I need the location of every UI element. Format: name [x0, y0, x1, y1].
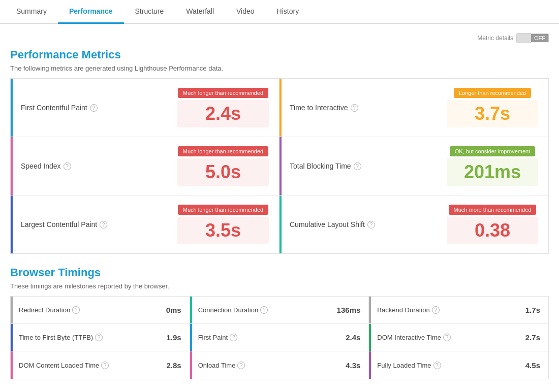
metric-badge-fcp: Much longer than recommended — [178, 88, 268, 98]
question-icon-redirect[interactable]: ? — [72, 306, 80, 314]
question-icon-si[interactable]: ? — [64, 162, 71, 170]
timing-name-ttfb: Time to First Byte (TTFB) ? — [19, 334, 103, 341]
timing-name-domcontent: DOM Content Loaded Time ? — [19, 362, 109, 369]
performance-metrics-desc: The following metrics are generated usin… — [10, 64, 549, 72]
metric-cell-tbt: Total Blocking Time ? OK, but consider i… — [280, 137, 548, 195]
metric-details-row: Metric details OFF — [10, 33, 549, 43]
tab-structure[interactable]: Structure — [124, 0, 175, 24]
question-icon-firstpaint[interactable]: ? — [230, 334, 237, 341]
metric-badge-lcp: Much longer than recommended — [178, 205, 268, 215]
timing-cell-connection: Connection Duration ? 136ms — [190, 297, 369, 324]
tab-waterfall[interactable]: Waterfall — [175, 0, 225, 24]
question-icon-tbt[interactable]: ? — [354, 162, 361, 170]
metric-name-lcp: Largest Contentful Paint ? — [21, 220, 107, 228]
performance-metrics-title: Performance Metrics — [10, 48, 549, 61]
timing-value-connection: 136ms — [337, 306, 361, 314]
metric-value-box-si: Much longer than recommended 5.0s — [177, 146, 269, 186]
timing-name-redirect: Redirect Duration ? — [19, 306, 80, 314]
question-icon-fcp[interactable]: ? — [90, 104, 98, 112]
timing-value-ttfb: 1.9s — [166, 333, 181, 342]
timing-name-onload: Onload Time ? — [198, 362, 245, 369]
timing-cell-firstpaint: First Paint ? 2.4s — [190, 324, 369, 351]
metric-badge-cls: Much more than recommended — [449, 205, 537, 215]
toggle-off-label: OFF — [531, 34, 548, 42]
metric-details-toggle[interactable]: OFF — [516, 33, 549, 43]
timing-name-backend: Backend Duration ? — [377, 306, 439, 314]
tab-performance[interactable]: Performance — [58, 0, 124, 24]
metric-cell-cls: Cumulative Layout Shift ? Much more than… — [280, 195, 548, 253]
browser-timings-title: Browser Timings — [10, 266, 549, 279]
timing-value-dominteractive: 2.7s — [525, 333, 540, 342]
question-icon-dominteractive[interactable]: ? — [443, 334, 451, 341]
metric-value-box-tbt: OK, but consider improvement 201ms — [447, 146, 538, 186]
metric-value-cls: 0.38 — [447, 217, 538, 244]
metric-value-tti: 3.7s — [447, 100, 538, 127]
timing-value-backend: 1.7s — [525, 306, 540, 314]
question-icon-fullyloaded[interactable]: ? — [433, 362, 441, 369]
timing-value-firstpaint: 2.4s — [346, 333, 360, 342]
metric-value-tbt: 201ms — [447, 158, 538, 186]
metric-badge-si: Much longer than recommended — [178, 146, 268, 156]
metric-name-tbt: Total Blocking Time ? — [290, 162, 361, 170]
timing-value-fullyloaded: 4.5s — [525, 361, 540, 370]
question-icon-connection[interactable]: ? — [260, 306, 268, 314]
timing-cell-onload: Onload Time ? 4.3s — [190, 351, 369, 379]
question-icon-cls[interactable]: ? — [367, 221, 375, 228]
timing-name-dominteractive: DOM Interactive Time ? — [377, 334, 451, 341]
metric-name-si: Speed Index ? — [21, 162, 71, 170]
metric-value-fcp: 2.4s — [177, 100, 269, 127]
metric-cell-si: Speed Index ? Much longer than recommend… — [11, 137, 280, 195]
metric-details-label: Metric details — [477, 35, 513, 42]
question-icon-tti[interactable]: ? — [351, 104, 358, 112]
metric-cell-fcp: First Contentful Paint ? Much longer tha… — [11, 79, 280, 137]
timing-cell-domcontent: DOM Content Loaded Time ? 2.8s — [11, 351, 190, 379]
question-icon-domcontent[interactable]: ? — [101, 362, 109, 369]
question-icon-ttfb[interactable]: ? — [95, 334, 103, 341]
browser-timings-desc: These timings are milestones reported by… — [10, 282, 549, 290]
question-icon-lcp[interactable]: ? — [100, 221, 107, 228]
metric-name-tti: Time to Interactive ? — [290, 104, 358, 112]
question-icon-onload[interactable]: ? — [237, 362, 245, 369]
timing-cell-backend: Backend Duration ? 1.7s — [369, 297, 548, 324]
metric-value-lcp: 3.5s — [177, 217, 269, 244]
timing-cell-dominteractive: DOM Interactive Time ? 2.7s — [369, 324, 548, 351]
timing-cell-fullyloaded: Fully Loaded Time ? 4.5s — [369, 351, 548, 379]
metric-badge-tbt: OK, but consider improvement — [450, 146, 536, 156]
metric-value-si: 5.0s — [177, 158, 269, 186]
metric-name-fcp: First Contentful Paint ? — [21, 104, 98, 112]
browser-timings-grid: Redirect Duration ? 0ms Connection Durat… — [10, 296, 549, 379]
metric-cell-lcp: Largest Contentful Paint ? Much longer t… — [11, 195, 280, 253]
timing-name-connection: Connection Duration ? — [198, 306, 268, 314]
metric-value-box-cls: Much more than recommended 0.38 — [447, 205, 538, 244]
toggle-track — [517, 34, 531, 43]
tab-bar: SummaryPerformanceStructureWaterfallVide… — [0, 0, 559, 24]
tab-video[interactable]: Video — [225, 0, 266, 24]
timing-value-redirect: 0ms — [166, 306, 181, 314]
main-content: Metric details OFF Performance Metrics T… — [0, 24, 559, 388]
timing-value-domcontent: 2.8s — [166, 361, 181, 370]
metric-value-box-tti: Longer than recommended 3.7s — [447, 88, 538, 127]
question-icon-backend[interactable]: ? — [432, 306, 440, 314]
metric-cell-tti: Time to Interactive ? Longer than recomm… — [280, 79, 548, 137]
timing-name-fullyloaded: Fully Loaded Time ? — [377, 362, 441, 369]
tab-summary[interactable]: Summary — [5, 0, 58, 24]
metric-badge-tti: Longer than recommended — [454, 88, 531, 98]
metric-name-cls: Cumulative Layout Shift ? — [290, 220, 375, 228]
browser-timings-section: Browser Timings These timings are milest… — [10, 266, 549, 379]
metric-value-box-fcp: Much longer than recommended 2.4s — [177, 88, 269, 127]
timing-cell-redirect: Redirect Duration ? 0ms — [11, 297, 190, 324]
timing-value-onload: 4.3s — [346, 361, 360, 370]
timing-cell-ttfb: Time to First Byte (TTFB) ? 1.9s — [11, 324, 190, 351]
timing-name-firstpaint: First Paint ? — [198, 334, 238, 341]
tab-history[interactable]: History — [266, 0, 310, 24]
metrics-grid: First Contentful Paint ? Much longer tha… — [10, 78, 549, 254]
metric-value-box-lcp: Much longer than recommended 3.5s — [177, 205, 269, 244]
